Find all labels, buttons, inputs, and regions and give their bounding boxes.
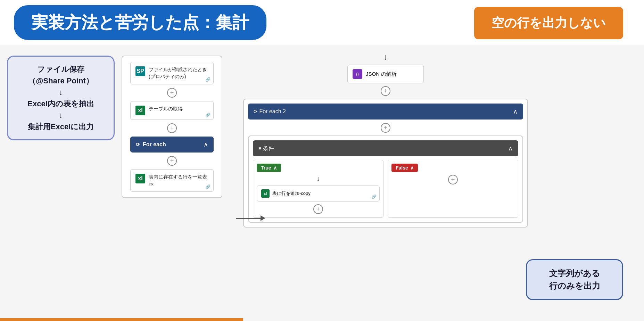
add-row-text: 表に行を追加-copy (272, 190, 311, 197)
page-title: 実装方法と苦労した点：集計 (31, 13, 249, 32)
arrow-line (236, 218, 261, 219)
chevron-up-icon-3: ∧ (508, 145, 513, 152)
right-flow-wrapper: {} JSON の解析 + ⟳ For each 2 ∧ (243, 52, 528, 228)
node2-text: テーブルの取得 (149, 106, 183, 113)
json-node[interactable]: {} JSON の解析 (347, 65, 424, 83)
true-badge: True ∧ (257, 164, 281, 172)
condition-branches: True ∧ ↓ xl 表に行を追加-copy (253, 160, 518, 218)
left-panel: ファイル保存 （@Share Point） ↓ Excel内の表を抽出 ↓ 集計… (0, 45, 236, 321)
top-arrow-down (243, 52, 528, 62)
json-label: JSON の解析 (366, 71, 397, 77)
false-chevron-icon: ∧ (410, 165, 414, 171)
loop-icon-left: ⟳ (136, 142, 140, 147)
chevron-up-icon-1: ∧ (204, 141, 208, 148)
sharepoint-icon: SP (135, 66, 145, 76)
right-panel: {} JSON の解析 + ⟳ For each 2 ∧ (236, 45, 644, 321)
excel-icon-2: xl (135, 174, 145, 183)
for-each-node[interactable]: ⟳ For each ∧ (130, 137, 214, 153)
for-each2-header[interactable]: ⟳ For each 2 ∧ (248, 104, 523, 120)
plus-center-2: + (248, 123, 523, 133)
flow-node-list-rows[interactable]: xl 表内に存在する行を一覧表示 🔗 (130, 169, 214, 192)
title-badge: 実装方法と苦労した点：集計 (14, 5, 266, 40)
plus-center-1: + (243, 86, 528, 96)
big-arrow-container (236, 215, 265, 221)
plus-connector-false[interactable]: + (448, 175, 458, 184)
for-each2-container: ⟳ For each 2 ∧ + ≡ (243, 99, 528, 228)
branch-true: True ∧ ↓ xl 表に行を追加-copy (253, 160, 383, 218)
flow-left-container: SP ファイルが作成されたとき (プロパティのみ) 🔗 + xl テーブルの取得… (122, 56, 222, 198)
plus-connector-1[interactable]: + (167, 88, 177, 98)
node3-text: 表内に存在する行を一覧表示 (149, 174, 208, 187)
condition-header[interactable]: ≡ 条件 ∧ (253, 140, 518, 156)
plus-connector-true[interactable]: + (313, 204, 323, 214)
info-box-right: 文字列がある 行のみを出力 (526, 259, 623, 300)
for-each-label: ⟳ For each (136, 141, 166, 148)
false-badge: False ∧ (391, 164, 418, 172)
link-icon-3: 🔗 (205, 184, 210, 189)
plus-connector-right-2[interactable]: + (381, 123, 390, 133)
excel-icon-3: xl (261, 189, 270, 198)
arrow-head (261, 215, 265, 221)
link-icon-4: 🔗 (372, 195, 377, 199)
plus-connector-right-1[interactable]: + (381, 86, 390, 96)
flow-node-sharepoint[interactable]: SP ファイルが作成されたとき (プロパティのみ) 🔗 (130, 62, 214, 84)
orange-bottom-bar (0, 318, 243, 321)
orange-badge: 空の行を出力しない (474, 7, 623, 39)
condition-label: ≡ 条件 (258, 145, 274, 152)
node1-text: ファイルが作成されたとき (プロパティのみ) (149, 66, 208, 80)
chevron-up-icon-2: ∧ (513, 108, 518, 115)
for-each2-label: ⟳ For each 2 (254, 108, 286, 115)
true-arrow-down: ↓ (316, 175, 320, 183)
main-content: ファイル保存 （@Share Point） ↓ Excel内の表を抽出 ↓ 集計… (0, 45, 644, 321)
info-line1: ファイル保存 （@Share Point） ↓ Excel内の表を抽出 ↓ 集計… (16, 64, 105, 132)
condition-container: ≡ 条件 ∧ True ∧ (248, 135, 523, 223)
info-box-left: ファイル保存 （@Share Point） ↓ Excel内の表を抽出 ↓ 集計… (7, 56, 115, 140)
badge-text: 空の行を出力しない (492, 16, 606, 30)
flow-node-table[interactable]: xl テーブルの取得 🔗 (130, 101, 214, 120)
info-right-text: 文字列がある 行のみを出力 (535, 267, 614, 292)
true-chevron-icon: ∧ (273, 165, 277, 171)
link-icon-2: 🔗 (205, 113, 210, 117)
plus-connector-3[interactable]: + (167, 156, 177, 166)
condition-icon: ≡ (258, 146, 261, 151)
link-icon-1: 🔗 (205, 77, 210, 82)
excel-icon-1: xl (135, 106, 145, 115)
branch-false: False ∧ + (388, 160, 518, 218)
plus-connector-2[interactable]: + (167, 123, 177, 133)
json-icon: {} (353, 69, 362, 79)
loop-icon-right: ⟳ (254, 109, 258, 114)
header: 実装方法と苦労した点：集計 空の行を出力しない (0, 0, 644, 45)
add-row-node[interactable]: xl 表に行を追加-copy 🔗 (257, 186, 380, 201)
